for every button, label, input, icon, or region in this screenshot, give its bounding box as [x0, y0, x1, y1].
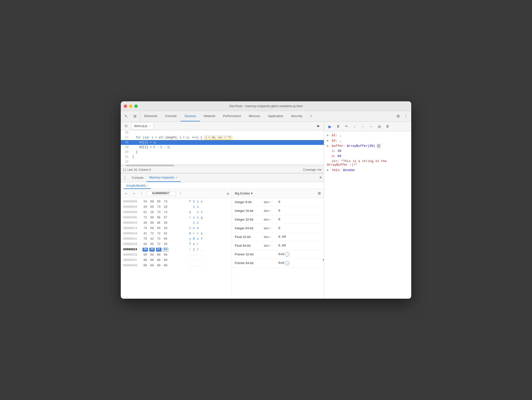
di-rows: Integer 8-bit dec ▾ 0 Integer 16-bit dec… — [232, 198, 324, 299]
file-tab-nav: ▶ — [315, 123, 322, 129]
array-buffer-tabs: ArrayBuffer(60) × — [121, 182, 324, 189]
hex-row-2c: 0000002C 00 00 00 00 . — [121, 258, 232, 263]
hex-row-1c: 0000001C 79 42 75 66 y — [121, 236, 232, 242]
hex-row-18: 00000018 41 72 72 61 A — [121, 231, 232, 236]
status-coverage: Coverage: n/a — [303, 168, 321, 171]
hex-row-30: 00000030 00 00 00 00 . — [121, 263, 232, 268]
debug-resume-icon[interactable]: ▶ — [327, 123, 333, 130]
hex-chars: y B u f — [186, 237, 203, 241]
tab-security[interactable]: Security — [287, 111, 306, 121]
expand-icon[interactable]: ▶ — [327, 144, 329, 148]
ptr32-navigate-icon[interactable]: → — [285, 252, 289, 257]
ptr64-navigate-icon[interactable]: → — [285, 261, 289, 265]
red-arrow-annotation — [321, 248, 324, 262]
hex-refresh-icon[interactable]: ↻ — [227, 191, 229, 196]
tab-performance[interactable]: Performance — [219, 111, 245, 121]
code-content-17: for (var i = str.length; i < n; ++i) { — [130, 136, 202, 139]
di-format-int16[interactable]: dec ▾ — [264, 209, 278, 213]
hex-redo-icon[interactable]: ↪ — [131, 191, 137, 196]
code-line-17: 17 for (var i = str.length; i < n; ++i) … — [121, 135, 324, 140]
tab-more[interactable]: » — [306, 111, 316, 121]
hex-undo-icon[interactable]: ↩ — [123, 191, 129, 196]
hex-offset: 00000028 — [123, 253, 143, 257]
bottom-tab-close-icon[interactable]: × — [176, 176, 178, 179]
file-tab-demo-js[interactable]: demo-js.js × — [131, 123, 153, 129]
hex-offset: 00000000 — [123, 200, 143, 203]
array-buffer-tab-close[interactable]: × — [147, 184, 148, 187]
tab-sources[interactable]: Sources — [181, 111, 200, 121]
di-value-ptr32: 0x0 → — [278, 252, 321, 257]
tab-elements[interactable]: Elements — [140, 111, 161, 121]
settings-icon[interactable]: ⚙ — [395, 113, 402, 120]
di-format-float32[interactable]: dec ▾ — [264, 235, 278, 239]
buffer-memory-icon[interactable]: ⊞ — [377, 144, 380, 148]
tab-memory[interactable]: Memory — [245, 111, 264, 121]
debug-step-over-icon[interactable]: ↷ — [343, 123, 350, 130]
scope-item-b1: ▶ b1: … — [324, 133, 411, 138]
expand-icon[interactable]: ▶ — [327, 168, 329, 172]
hex-bytes: 72 69 6E 67 — [143, 216, 186, 219]
hex-chars: i n — [186, 221, 203, 225]
hex-next-icon[interactable]: › — [177, 191, 183, 196]
debug-pause-exceptions-icon[interactable]: ⏸ — [384, 123, 391, 130]
tab-network[interactable]: Network — [200, 111, 219, 121]
hex-bytes: 74 68 65 20 — [143, 227, 186, 230]
data-inspector-settings-icon[interactable]: ⚙ — [318, 191, 321, 196]
di-value-int16: 0 — [278, 209, 321, 213]
hex-row-04: 00000004 20 69 73 20 — [121, 204, 232, 210]
di-format-int8[interactable]: dec ▾ — [264, 200, 278, 204]
hex-chars: f e r — [186, 243, 203, 246]
array-buffer-tab-name: ArrayBuffer(60) — [126, 184, 146, 187]
di-format-float64[interactable]: dec ▾ — [264, 244, 278, 247]
file-tab-close[interactable]: × — [149, 125, 151, 127]
di-format-int64[interactable]: dec ▾ — [264, 226, 278, 230]
expand-icon[interactable]: ▶ — [327, 133, 329, 137]
minimize-button[interactable] — [129, 104, 132, 108]
close-button[interactable] — [124, 104, 127, 108]
more-icon[interactable]: ⋮ — [403, 113, 409, 120]
bottom-tab-console[interactable]: Console — [129, 173, 146, 182]
traffic-lights — [124, 104, 138, 108]
hex-chars: T h i s — [186, 200, 203, 203]
scope-val-n: 60 — [337, 154, 341, 158]
status-position: Line 18, Column 5 — [127, 168, 151, 171]
scope-key-buffer: buffer: — [332, 144, 345, 148]
content-area: ⊡ demo-js.js × ▶ 16 — [121, 122, 411, 299]
hex-offset: 00000024 — [123, 248, 143, 251]
scrollbar-thumb[interactable] — [126, 165, 174, 166]
debug-step-into-icon[interactable]: ↓ — [351, 123, 358, 130]
di-label-int16: Integer 16-bit — [235, 209, 264, 213]
debug-breakpoints-icon[interactable]: ⊘ — [376, 123, 383, 130]
bottom-tab-memory-inspector[interactable]: Memory Inspector × — [146, 173, 181, 182]
hex-chars: i s — [186, 205, 203, 209]
hex-toolbar: ↩ ↪ ‹ › ↻ — [121, 189, 232, 198]
file-nav-icon[interactable]: ⊡ — [123, 123, 129, 129]
tab-console[interactable]: Console — [161, 111, 181, 121]
fullscreen-button[interactable] — [134, 104, 138, 108]
scope-key-str: str: — [332, 159, 339, 163]
scope-item-buffer: ▶ buffer: ArrayBuffer(60) ⊞ — [324, 143, 411, 148]
hex-chars: a s t — [186, 211, 203, 214]
hex-bytes: 00 00 00 00 — [143, 253, 186, 257]
bottom-panel-close-icon[interactable]: × — [319, 175, 322, 180]
cursor-icon[interactable]: ↖ — [123, 113, 129, 120]
hex-row-10: 00000010 20 69 6E 20 — [121, 220, 232, 226]
debug-pause-icon[interactable]: ⏸ — [335, 123, 342, 130]
di-label-int32: Integer 32-bit — [235, 218, 264, 221]
file-nav-right-icon[interactable]: ▶ — [315, 123, 322, 129]
code-scrollbar[interactable] — [121, 164, 324, 166]
hex-prev-icon[interactable]: ‹ — [139, 191, 144, 196]
endian-selector[interactable]: Big Endian ▾ — [235, 192, 253, 195]
debug-step-out-icon[interactable]: ↑ — [359, 123, 366, 130]
di-row-ptr64: Pointer 64-bit 0x0 → — [232, 259, 324, 267]
expand-icon[interactable]: ▶ — [327, 139, 329, 142]
tab-application[interactable]: Application — [264, 111, 287, 121]
line-number-21: 21 — [121, 155, 130, 159]
debug-step-icon[interactable]: → — [368, 123, 374, 130]
hex-address-input[interactable] — [146, 191, 175, 196]
di-row-float64: Float 64-bit dec ▾ 0.00 — [232, 241, 324, 250]
device-icon[interactable]: ⧉ — [131, 113, 138, 120]
array-buffer-tab[interactable]: ArrayBuffer(60) × — [124, 183, 151, 189]
bottom-panel-menu-icon[interactable]: ⋮ — [123, 175, 127, 180]
di-format-int32[interactable]: dec ▾ — [264, 218, 278, 221]
